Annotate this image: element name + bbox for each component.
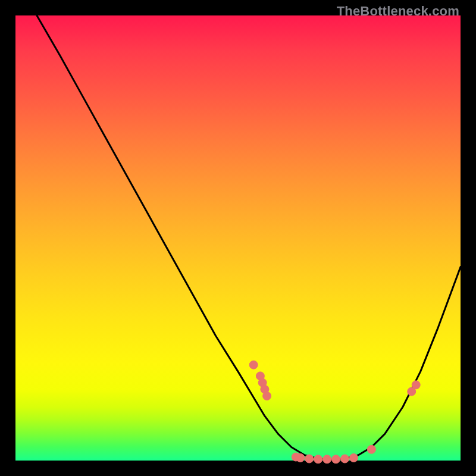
data-marker (412, 381, 420, 389)
chart-container: TheBottleneck.com (0, 0, 476, 476)
data-marker (341, 455, 349, 463)
data-marker (249, 361, 258, 369)
data-marker (323, 455, 331, 464)
data-marker (296, 454, 305, 462)
data-marker (305, 455, 314, 463)
data-markers (249, 361, 420, 464)
data-marker (314, 455, 322, 464)
data-marker (349, 454, 358, 462)
data-marker (367, 445, 375, 453)
chart-svg (0, 0, 476, 476)
data-marker (332, 455, 340, 464)
curve-line (37, 15, 461, 460)
data-marker (263, 392, 271, 400)
